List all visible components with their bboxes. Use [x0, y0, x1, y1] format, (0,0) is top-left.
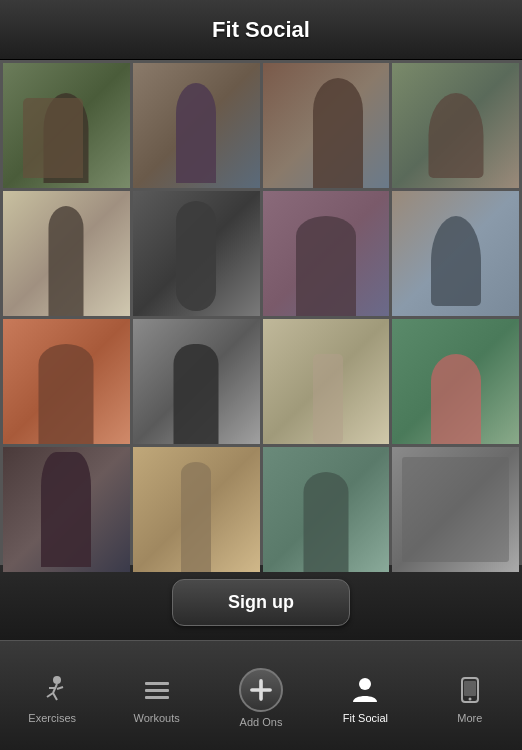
photo-cell-7[interactable]	[263, 191, 390, 316]
photo-cell-9[interactable]	[3, 319, 130, 444]
svg-point-11	[359, 678, 371, 690]
app-header: Fit Social	[0, 0, 522, 60]
photo-cell-15[interactable]	[263, 447, 390, 572]
tab-more-label: More	[457, 712, 482, 724]
svg-line-3	[53, 693, 57, 700]
photo-cell-14[interactable]	[133, 447, 260, 572]
page-title: Fit Social	[212, 17, 310, 43]
tab-workouts[interactable]: Workouts	[104, 641, 208, 750]
photo-cell-12[interactable]	[392, 319, 519, 444]
tab-bar: Exercises Workouts Add Ons	[0, 640, 522, 750]
signup-section: Sign up	[0, 565, 522, 640]
photo-grid	[0, 60, 522, 565]
photo-cell-11[interactable]	[263, 319, 390, 444]
addons-icon	[239, 668, 283, 712]
exercise-icon	[34, 672, 70, 708]
svg-point-0	[53, 676, 61, 684]
fitsocial-icon	[347, 672, 383, 708]
photo-cell-10[interactable]	[133, 319, 260, 444]
signup-button[interactable]: Sign up	[172, 579, 350, 626]
tab-more[interactable]: More	[418, 641, 522, 750]
svg-rect-7	[145, 689, 169, 692]
svg-rect-8	[145, 696, 169, 699]
tab-fitsocial[interactable]: Fit Social	[313, 641, 417, 750]
photo-cell-2[interactable]	[133, 63, 260, 188]
more-icon	[452, 672, 488, 708]
svg-point-14	[468, 697, 471, 700]
photo-cell-13[interactable]	[3, 447, 130, 572]
svg-rect-13	[464, 681, 476, 696]
photo-cell-5[interactable]	[3, 191, 130, 316]
photo-cell-1[interactable]	[3, 63, 130, 188]
tab-exercises[interactable]: Exercises	[0, 641, 104, 750]
photo-cell-16[interactable]	[392, 447, 519, 572]
tab-addons[interactable]: Add Ons	[209, 641, 313, 750]
tab-exercises-label: Exercises	[28, 712, 76, 724]
workouts-icon	[139, 672, 175, 708]
photo-cell-4[interactable]	[392, 63, 519, 188]
photo-cell-3[interactable]	[263, 63, 390, 188]
svg-line-4	[57, 687, 63, 689]
tab-fitsocial-label: Fit Social	[343, 712, 388, 724]
tab-workouts-label: Workouts	[133, 712, 179, 724]
svg-rect-6	[145, 682, 169, 685]
photo-cell-6[interactable]	[133, 191, 260, 316]
svg-line-2	[47, 693, 53, 697]
tab-addons-label: Add Ons	[240, 716, 283, 728]
photo-cell-8[interactable]	[392, 191, 519, 316]
